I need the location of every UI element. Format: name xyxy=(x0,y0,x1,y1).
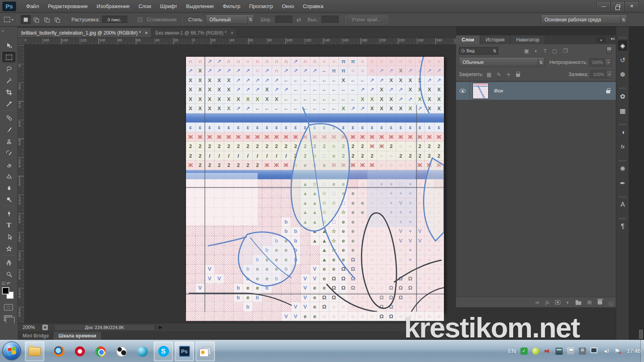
taskbar-image-viewer[interactable] xyxy=(196,341,215,361)
lock-all-icon[interactable] xyxy=(516,74,520,77)
add-to-selection-button[interactable] xyxy=(31,15,41,24)
document-canvas[interactable]: ∩∩↗↗∩∩○∩∩∩∩↗∩∩○○ππ○○○○○○○○○↗X↗↗↗↗↗○↗∩↗↗↗… xyxy=(186,57,444,312)
brush-tool[interactable] xyxy=(2,124,15,135)
document-tab-2[interactable]: Без имени-1 @ 66.7% (RGB/8) *× xyxy=(152,28,237,37)
menu-4[interactable]: Слои xyxy=(134,0,156,13)
taskbar-browser-orb[interactable] xyxy=(133,341,152,361)
dock-paths-icon[interactable]: ✒ xyxy=(618,178,627,188)
type-tool[interactable]: T xyxy=(2,220,15,230)
blur-tool[interactable] xyxy=(2,183,15,193)
new-layer-icon[interactable]: ⊞ xyxy=(587,299,592,305)
taskbar-download-master[interactable] xyxy=(112,341,131,361)
layer-row-background[interactable]: Фон xyxy=(456,82,616,100)
filter-pixel-layers-icon[interactable]: ▣ xyxy=(524,48,529,54)
minimize-button[interactable]: — xyxy=(597,2,610,10)
dock-grip[interactable] xyxy=(619,37,626,38)
clone-stamp-tool[interactable] xyxy=(2,136,15,146)
filter-adjustment-layers-icon[interactable]: ◐ xyxy=(535,48,538,54)
dock-grip[interactable] xyxy=(619,124,626,125)
menu-6[interactable]: Выделение xyxy=(182,0,218,13)
fx-icon[interactable]: fx xyxy=(545,299,549,306)
zoom-tool[interactable] xyxy=(2,269,15,280)
zoom-level[interactable]: 200% xyxy=(23,325,35,330)
rectangular-marquee-tool[interactable] xyxy=(2,52,15,62)
menu-8[interactable]: Просмотр xyxy=(245,0,277,13)
path-selection-tool[interactable] xyxy=(2,232,15,242)
lock-pixels-icon[interactable]: ✎ xyxy=(497,72,501,78)
custom-shape-tool[interactable] xyxy=(2,243,15,254)
lock-position-icon[interactable]: ✛ xyxy=(506,72,511,78)
hand-tool[interactable] xyxy=(2,257,15,268)
swap-colors-mini-icon[interactable]: ◱ ⇄ xyxy=(2,281,10,285)
menu-2[interactable]: Редактирование xyxy=(43,0,92,13)
clock[interactable]: 17:46 xyxy=(627,348,641,354)
dock-adjustments-icon[interactable]: ◑ xyxy=(618,127,627,138)
tool-preset[interactable]: ▾ xyxy=(4,17,14,22)
foreground-color-swatch[interactable] xyxy=(2,287,9,294)
subtract-selection-button[interactable] xyxy=(42,15,52,24)
dock-history-icon[interactable]: ↺ xyxy=(618,55,627,65)
menu-3[interactable]: Изображение xyxy=(92,0,134,13)
eraser-tool[interactable] xyxy=(2,159,15,170)
panel-resize-grip[interactable] xyxy=(609,301,613,306)
feather-input[interactable]: 0 пикс. xyxy=(102,16,127,24)
start-button[interactable] xyxy=(2,341,21,360)
refine-edge-button[interactable]: Уточн. край... xyxy=(345,15,387,24)
close-button[interactable]: ✕ xyxy=(625,2,638,10)
document-tab-1[interactable]: brilliant_butterfly_celebration_1.jpg @ … xyxy=(18,28,152,37)
color-swatches[interactable] xyxy=(2,287,16,301)
taskbar-opera[interactable] xyxy=(70,341,89,361)
panel-collapse-button[interactable]: » xyxy=(597,37,605,43)
toolbar-collapse-icon[interactable]: » xyxy=(2,28,4,33)
tray-lime-icon[interactable] xyxy=(532,348,539,355)
spot-healing-brush-tool[interactable] xyxy=(2,113,15,123)
eyedropper-tool[interactable] xyxy=(2,99,15,109)
lock-transparency-icon[interactable]: ▦ xyxy=(487,72,491,78)
tray-printer-icon[interactable] xyxy=(567,348,574,355)
dock-navigator-icon[interactable]: ☸ xyxy=(618,69,627,80)
restore-button[interactable] xyxy=(611,2,624,10)
dock-grip[interactable] xyxy=(619,160,626,161)
adjustment-icon[interactable]: ◐ xyxy=(566,299,570,305)
new-selection-button[interactable] xyxy=(21,15,31,24)
menu-9[interactable]: Окно xyxy=(277,0,298,13)
filter-smart-objects-icon[interactable]: ❐ xyxy=(563,48,568,54)
mask-icon[interactable] xyxy=(555,300,560,304)
taskbar-explorer[interactable] xyxy=(25,341,44,361)
taskbar-firefox[interactable] xyxy=(49,341,68,361)
dock-styles-icon[interactable]: fx xyxy=(618,142,627,152)
magic-wand-tool[interactable] xyxy=(2,75,15,86)
link-icon[interactable]: ∞ xyxy=(536,299,539,305)
language-indicator[interactable]: EN xyxy=(508,348,516,354)
taskbar-skype[interactable]: S xyxy=(154,341,173,361)
panel-tab-навигатор[interactable]: Навигатор xyxy=(510,35,545,44)
filter-shape-layers-icon[interactable]: ▢ xyxy=(552,48,557,54)
height-input[interactable] xyxy=(322,16,339,24)
filter-kind-select[interactable]: Вид ⇅ xyxy=(459,47,498,55)
dock-grip[interactable] xyxy=(619,196,626,197)
tray-antivirus-icon[interactable]: ✓ xyxy=(520,348,528,355)
close-tab-icon[interactable]: × xyxy=(145,30,148,36)
panel-menu-icon[interactable]: ▾≡ xyxy=(611,37,615,41)
panel-tab-история[interactable]: История xyxy=(480,35,511,44)
tray-network-display-icon[interactable] xyxy=(590,348,597,353)
move-tool[interactable] xyxy=(2,40,15,51)
blend-mode-select[interactable]: Обычные ⇅ xyxy=(459,58,545,67)
quick-mask-button[interactable] xyxy=(4,304,13,311)
menu-1[interactable]: Файл xyxy=(22,0,43,13)
bottom-tab-2[interactable]: Шкала времени xyxy=(54,332,101,340)
opacity-value[interactable]: 100% xyxy=(589,58,605,66)
opacity-dropdown-icon[interactable]: ▾ xyxy=(605,58,611,66)
workspace-select[interactable]: Основная рабочая среда ⇅ xyxy=(541,15,627,24)
menu-5[interactable]: Шрифт xyxy=(156,0,182,13)
show-desktop-button[interactable] xyxy=(640,340,644,362)
intersect-selection-button[interactable] xyxy=(52,15,62,24)
dodge-tool[interactable] xyxy=(2,194,15,205)
dock-color-icon[interactable]: ✿ xyxy=(618,91,627,101)
tray-volume-red-icon[interactable] xyxy=(544,348,551,355)
tray-speaker-icon[interactable]: ◄ xyxy=(602,348,609,355)
tray-fax-icon[interactable] xyxy=(555,348,563,355)
filter-toggle[interactable] xyxy=(607,47,612,54)
group-icon[interactable] xyxy=(576,301,581,305)
close-tab-icon[interactable]: × xyxy=(231,30,233,36)
